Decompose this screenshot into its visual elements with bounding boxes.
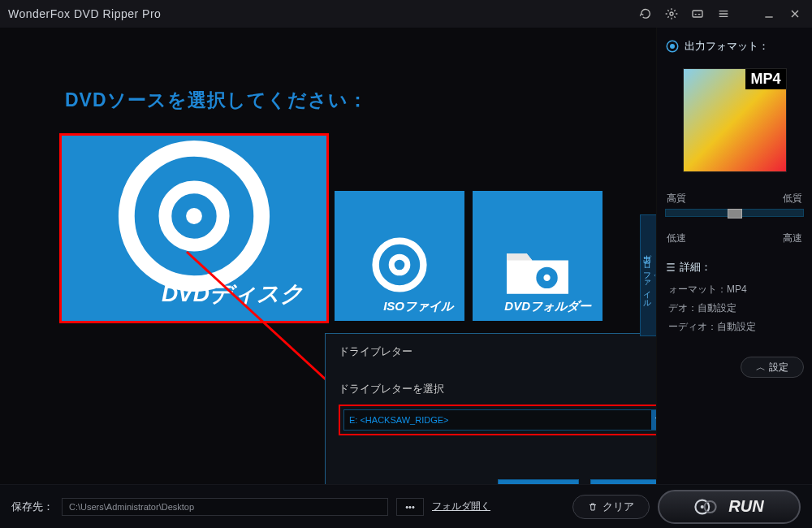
subtitle-icon[interactable]	[689, 5, 706, 23]
browse-button[interactable]: •••	[396, 498, 424, 516]
quality-slider[interactable]	[665, 209, 804, 217]
source-prompt: DVDソースを選択してください：	[65, 88, 640, 113]
svg-point-13	[701, 504, 704, 508]
right-panel: 出力フォマット： MP4 高質 低質 低速 高速 詳細： ォーマット：MP4 デ…	[656, 28, 812, 484]
bottom-bar: 保存先： C:\Users\Administrator\Desktop ••• …	[0, 484, 812, 528]
chevron-up-icon: ︿	[756, 361, 766, 374]
minimize-icon[interactable]	[760, 5, 778, 23]
target-icon	[665, 39, 680, 54]
dvd-disc-label: DVDディスク	[162, 279, 304, 309]
quality-low-label: 低質	[783, 192, 802, 206]
drive-letter-select[interactable]: E: <HACKSAW_RIDGE>	[343, 409, 667, 431]
details-icon	[665, 262, 676, 273]
svg-point-6	[391, 257, 408, 273]
svg-rect-1	[693, 11, 702, 17]
speed-high-label: 高速	[783, 232, 802, 245]
open-folder-link[interactable]: フォルダ開く	[432, 500, 490, 513]
dvd-disc-tile[interactable]: DVDディスク	[62, 136, 326, 321]
svg-point-0	[670, 12, 673, 15]
folder-icon	[503, 243, 572, 296]
svg-point-5	[376, 241, 424, 289]
dvd-folder-tile[interactable]: DVDフォルダー	[473, 191, 603, 321]
svg-point-14	[705, 501, 716, 513]
refresh-icon[interactable]	[637, 5, 654, 23]
svg-point-4	[186, 208, 202, 224]
dialog-title: ドライブレター	[339, 344, 412, 359]
detail-audio: ーディオ：自動設定	[668, 320, 804, 334]
format-thumbnail[interactable]: MP4	[683, 68, 787, 172]
run-button[interactable]: RUN	[658, 490, 801, 524]
quality-high-label: 高質	[667, 192, 686, 206]
settings-icon[interactable]	[663, 5, 680, 23]
svg-point-8	[543, 275, 550, 281]
format-badge: MP4	[745, 69, 785, 89]
save-label: 保存先：	[11, 500, 54, 514]
main-area: DVDソースを選択してください： DVDディスク ISOファイル	[0, 28, 656, 484]
disc-icon	[113, 136, 275, 296]
drive-letter-value: E: <HACKSAW_RIDGE>	[349, 415, 448, 425]
app-title: WonderFox DVD Ripper Pro	[8, 7, 161, 20]
speed-low-label: 低速	[667, 232, 686, 245]
iso-file-tile[interactable]: ISOファイル	[335, 191, 464, 321]
iso-file-label: ISOファイル	[383, 299, 453, 314]
details-header: 詳細：	[665, 260, 804, 275]
titlebar: WonderFox DVD Ripper Pro	[0, 0, 812, 28]
output-format-header: 出力フォマット：	[665, 39, 804, 54]
drive-select-highlight: E: <HACKSAW_RIDGE>	[339, 405, 672, 435]
settings-button[interactable]: ︿ 設定	[741, 357, 804, 378]
iso-disc-icon	[371, 236, 428, 293]
detail-format: ォーマット：MP4	[668, 283, 804, 296]
dvd-folder-label: DVDフォルダー	[504, 299, 591, 314]
trash-icon	[588, 502, 598, 512]
svg-point-11	[670, 44, 675, 49]
clear-button[interactable]: クリア	[572, 495, 650, 519]
output-path-field[interactable]: C:\Users\Administrator\Desktop	[62, 498, 388, 516]
dialog-subtitle: ドライブレターを選択	[339, 382, 672, 396]
menu-icon[interactable]	[715, 5, 732, 23]
run-disc-icon	[694, 497, 717, 517]
output-profile-tab[interactable]: 出力プロファイル	[640, 214, 656, 336]
detail-video: デオ：自動設定	[668, 301, 804, 315]
close-icon[interactable]	[786, 5, 804, 23]
